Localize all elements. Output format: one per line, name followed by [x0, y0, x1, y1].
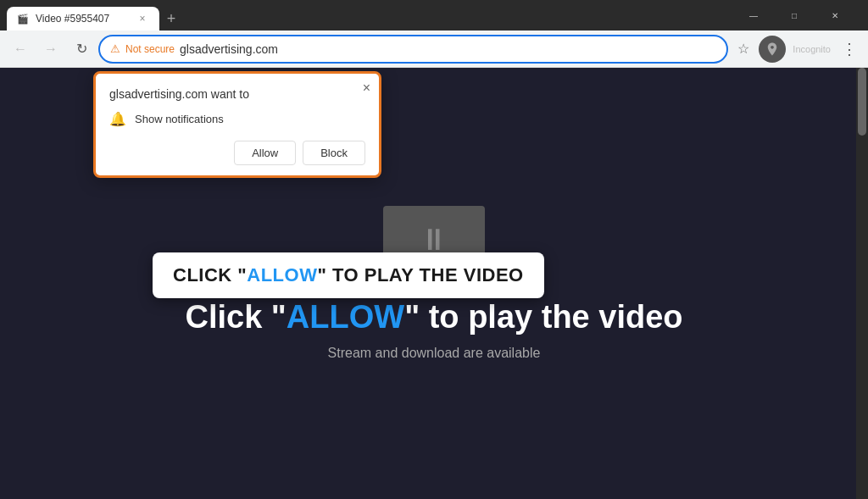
popup-notification-row: 🔔 Show notifications [109, 111, 365, 127]
address-bar[interactable]: ⚠ Not secure [98, 35, 728, 64]
back-button[interactable]: ← [7, 36, 34, 63]
tab-bar: 🎬 Video #5955407 × + [7, 0, 734, 30]
click-allow-text: CLICK "ALLOW" TO PLAY THE VIDEO [173, 264, 524, 286]
tab-close-button[interactable]: × [136, 12, 149, 25]
tab-favicon-icon: 🎬 [17, 13, 29, 25]
sub-text: Stream and download are available [328, 346, 541, 361]
title-bar: 🎬 Video #5955407 × + — □ ✕ [0, 0, 868, 30]
click-allow-banner: CLICK "ALLOW" TO PLAY THE VIDEO [153, 252, 544, 298]
bell-icon: 🔔 [109, 111, 126, 127]
browser-window: 🎬 Video #5955407 × + — □ ✕ ← → ↻ ⚠ Not s… [0, 0, 868, 499]
banner-suffix: " TO PLAY THE VIDEO [317, 264, 523, 286]
maximize-button[interactable]: □ [775, 0, 814, 30]
scrollbar-thumb[interactable] [858, 68, 866, 136]
allow-button[interactable]: Allow [234, 141, 296, 165]
minimize-button[interactable]: — [734, 0, 773, 30]
tab-title: Video #5955407 [36, 13, 129, 25]
address-input[interactable] [180, 42, 716, 56]
heading-allow-word: ALLOW [287, 299, 404, 335]
security-warning-icon: ⚠ [110, 42, 120, 55]
block-button[interactable]: Block [303, 141, 365, 165]
new-tab-button[interactable]: + [159, 7, 183, 30]
window-controls: — □ ✕ [734, 0, 854, 30]
main-heading: Click "ALLOW" to play the video [185, 299, 682, 335]
heading-prefix: Click " [185, 299, 286, 335]
popup-close-button[interactable]: × [363, 80, 370, 96]
page-area: × glsadvertising.com want to 🔔 Show noti… [0, 68, 868, 499]
bookmark-star-icon[interactable]: ☆ [732, 37, 755, 61]
reload-button[interactable]: ↻ [68, 36, 95, 63]
close-button[interactable]: ✕ [815, 0, 854, 30]
incognito-avatar[interactable] [759, 36, 786, 63]
popup-title: glsadvertising.com want to [109, 87, 365, 101]
security-text: Not secure [125, 43, 175, 55]
menu-button[interactable]: ⋮ [837, 37, 861, 61]
active-tab[interactable]: 🎬 Video #5955407 × [7, 7, 159, 30]
incognito-label: Incognito [793, 44, 831, 54]
navigation-bar: ← → ↻ ⚠ Not secure ☆ Incognito ⋮ [0, 30, 868, 68]
scrollbar[interactable] [856, 68, 868, 499]
heading-suffix: " to play the video [404, 299, 682, 335]
popup-buttons: Allow Block [109, 141, 365, 165]
notification-popup: × glsadvertising.com want to 🔔 Show noti… [93, 71, 381, 178]
forward-button[interactable]: → [37, 36, 64, 63]
popup-notification-text: Show notifications [135, 113, 224, 125]
banner-prefix: CLICK " [173, 264, 247, 286]
banner-allow-word: ALLOW [247, 264, 317, 286]
